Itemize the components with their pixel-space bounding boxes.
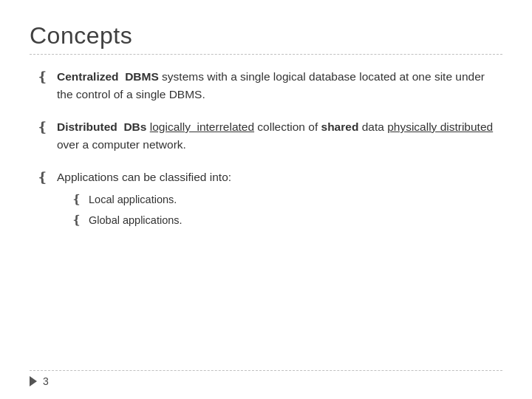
slide-title: Concepts [30, 22, 502, 50]
bullet-1-bold: Centralized DBMS [57, 70, 159, 83]
bullet-2-bold-distributed: Distributed DBs [57, 120, 146, 133]
bullet-text-1: Centralized DBMS systems with a single l… [57, 68, 502, 103]
slide-container: Concepts ❴ Centralized DBMS systems with… [0, 0, 532, 399]
bullet-item-1: ❴ Centralized DBMS systems with a single… [30, 68, 502, 103]
sub-bullet-icon-local: ❴ [72, 192, 81, 206]
bullet-item-3: ❴ Applications can be classified into: ❴… [30, 168, 502, 233]
bullet-3-content: Applications can be classified into: ❴ L… [57, 168, 231, 233]
title-section: Concepts [30, 22, 502, 55]
bullet-text-2: Distributed DBs logically interrelated c… [57, 118, 502, 154]
bullet-icon-2: ❴ [37, 119, 48, 135]
bullet-item-2: ❴ Distributed DBs logically interrelated… [30, 118, 502, 154]
bullet-icon-3: ❴ [37, 169, 48, 185]
bullet-2-underline-logically: logically interrelated [150, 120, 254, 133]
sub-bullet-text-global: Global applications. [89, 213, 183, 229]
slide-number-arrow-icon [30, 376, 37, 386]
sub-bullet-list: ❴ Local applications. ❴ Global applicati… [57, 192, 231, 229]
bullet-list: ❴ Centralized DBMS systems with a single… [30, 68, 502, 233]
sub-bullet-icon-global: ❴ [72, 213, 81, 227]
bullet-2-underline-physically: physically distributed [387, 120, 493, 133]
bullet-2-bold-shared: shared [321, 120, 359, 133]
bullet-text-3: Applications can be classified into: [57, 171, 231, 183]
bullet-icon-1: ❴ [37, 69, 48, 85]
sub-bullet-text-local: Local applications. [89, 192, 177, 208]
sub-bullet-item-global: ❴ Global applications. [57, 213, 231, 229]
slide-number-section: 3 [30, 375, 49, 387]
sub-bullet-item-local: ❴ Local applications. [57, 192, 231, 208]
title-divider [30, 54, 502, 55]
slide-number: 3 [43, 375, 49, 387]
bottom-divider [30, 370, 502, 371]
